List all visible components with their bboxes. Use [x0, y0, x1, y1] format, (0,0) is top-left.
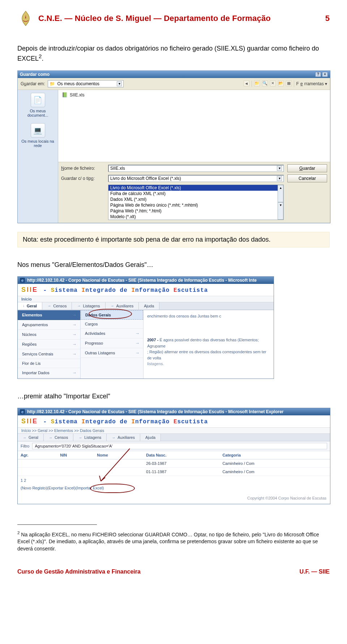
siie-tagline: - Sistema Integrado de Informação Escuti…: [43, 287, 208, 294]
save-type-option[interactable]: Livro do Microsoft Office Excel (*.xls): [108, 185, 278, 191]
delete-icon[interactable]: ✕: [270, 81, 276, 86]
footer-right: U.F. — SIIE: [299, 569, 330, 575]
network-icon: [31, 123, 45, 138]
back-icon[interactable]: ◄: [244, 81, 249, 86]
tab-listagens[interactable]: →Listagens: [72, 302, 105, 310]
siie-header: SIIE - Sistema Integrado de Informação E…: [18, 284, 274, 296]
dialog-titlebar[interactable]: Guardar como ? ×: [18, 71, 330, 78]
para-importar: …premir atalho "Importar Excel": [17, 392, 330, 401]
col-categoria[interactable]: Categoria: [219, 451, 330, 459]
tab-geral[interactable]: ↓Geral: [18, 302, 42, 310]
siie-header: SIIE - Sistema Integrado de Informação E…: [18, 415, 330, 428]
menu-item-agrupamentos[interactable]: Agrupamentos→: [18, 320, 80, 330]
menu-item-importar-dados[interactable]: Importar Dados→: [18, 368, 80, 378]
annotation-arrow-icon: [76, 447, 141, 487]
filename-input[interactable]: SIIE.xls▾: [108, 165, 284, 172]
menu-item-elementos[interactable]: Elementos→: [18, 310, 80, 320]
doc-header: C.N.E. — Núcleo de S. Miguel — Departame…: [17, 10, 330, 27]
copyright: Copyright ©2004 Corpo Nacional de Escuta…: [18, 494, 330, 504]
save-type-option[interactable]: Dados XML (*.xml): [108, 196, 278, 202]
siie-window-import: e http://82.102.10.42 - Corpo Nacional d…: [17, 408, 330, 504]
footer-left: Curso de Gestão Administrativa e Finance…: [17, 569, 141, 575]
help-button[interactable]: ?: [315, 72, 321, 77]
folder-icon: 📁: [50, 81, 55, 86]
save-type-option[interactable]: Página Web de ficheiro único (*.mht; *.m…: [108, 202, 278, 208]
filename-label: Nome de ficheiro:: [61, 166, 104, 171]
chevron-down-icon[interactable]: ▾: [277, 176, 282, 181]
submenu-item-outras-listagens[interactable]: Outras Listagens→: [81, 348, 143, 358]
save-type-option[interactable]: Modelo (*.xlt): [108, 214, 278, 220]
header-title: C.N.E. — Núcleo de S. Miguel — Departame…: [38, 14, 321, 23]
save-type-listbox[interactable]: Livro do Microsoft Office Excel (*.xls) …: [108, 185, 284, 220]
page-footer: Curso de Gestão Administrativa e Finance…: [17, 569, 330, 575]
tab-geral[interactable]: →Geral: [18, 434, 44, 441]
menu-item-nucleos[interactable]: Núcleos→: [18, 330, 80, 340]
place-network[interactable]: Os meus locais na rede: [19, 123, 56, 148]
views-icon[interactable]: ▦: [286, 81, 292, 86]
save-button[interactable]: Guardar: [287, 164, 327, 172]
menu-item-servicos[interactable]: Serviços Centrais→: [18, 349, 80, 359]
menu-item-regioes[interactable]: Regiões→: [18, 340, 80, 349]
col-agr[interactable]: Agr.: [18, 451, 57, 459]
actions-row: (Novo Registo)(Exportar Excel)(Importar …: [18, 485, 330, 494]
tab-censos[interactable]: →Censos: [42, 302, 72, 310]
filter-label: Filtro: [21, 444, 29, 448]
filter-row: Filtro Agrupamento='0720' AND SiglaSitua…: [18, 441, 330, 451]
table-row[interactable]: 26-03-1987Caminheiro / Com: [18, 459, 330, 468]
tab-ajuda[interactable]: Ajuda: [140, 434, 161, 441]
toolbar-icons: ◄ 📁 🔍 ✕ 📂 ▦ Ferramentas ▾: [244, 81, 327, 87]
ie-icon: e: [20, 278, 25, 283]
dialog-toolbar: Guardar em: 📁 Os meus documentos ▾ ◄ 📁 🔍…: [18, 78, 330, 90]
submenu-item-cargos[interactable]: Cargos: [81, 320, 143, 329]
up-level-icon[interactable]: 📁: [254, 81, 260, 86]
save-type-option[interactable]: Página Web (*.htm; *.html): [108, 208, 278, 214]
menu-geral: Elementos→ Agrupamentos→ Núcleos→ Regiõe…: [18, 310, 81, 379]
page-number: 5: [325, 14, 330, 23]
tab-listagens[interactable]: →Listagens: [73, 434, 107, 441]
close-button[interactable]: ×: [322, 72, 328, 77]
scroll-down-icon[interactable]: ▾: [278, 202, 283, 220]
save-in-label: Guardar em:: [21, 81, 45, 86]
save-as-dialog: Guardar como ? × Guardar em: 📁 Os meus d…: [17, 70, 330, 223]
tab-auxiliares[interactable]: →Auxiliares: [107, 434, 140, 441]
submenu-elementos: Dados Gerais Cargos Actividades→ Progres…: [81, 310, 143, 379]
annotation-circle-dados-gerais: [89, 309, 132, 319]
pager[interactable]: 1 2: [18, 476, 330, 485]
siie-tabstrip: ↓Geral →Censos →Listagens →Auxiliares Aj…: [18, 302, 274, 310]
footnote-text: 2 Na aplicação EXCEL, no menu FICHEIRO s…: [17, 530, 330, 552]
col-data-nasc[interactable]: Data Nasc.: [143, 451, 219, 459]
siie-breadcrumb[interactable]: Início >> Geral >> Elementos >> Dados Ge…: [18, 428, 330, 433]
submenu-item-progresso[interactable]: Progresso→: [81, 338, 143, 348]
submenu-item-actividades[interactable]: Actividades→: [81, 329, 143, 338]
siie-tabstrip: →Geral →Censos →Listagens →Auxiliares Aj…: [18, 433, 330, 441]
file-item-siie-xls[interactable]: 📗 SIIE.xls: [62, 92, 326, 98]
tab-censos[interactable]: →Censos: [44, 434, 73, 441]
scroll-up-icon[interactable]: ▴: [278, 185, 283, 202]
dialog-title: Guardar como: [20, 72, 50, 77]
place-my-documents[interactable]: Os meus document...: [19, 93, 56, 117]
ie-titlebar: e http://82.102.10.42 - Corpo Nacional d…: [18, 277, 274, 284]
tools-menu[interactable]: Ferramentas ▾: [296, 81, 327, 87]
note-box: Nota: este procedimento é importante sob…: [17, 232, 330, 247]
menu-item-flor-de-lis[interactable]: Flor de Lis: [18, 359, 80, 368]
ie-titlebar: e http://82.102.10.42 - Corpo Nacional d…: [18, 408, 330, 415]
chevron-down-icon[interactable]: ▾: [277, 166, 282, 171]
save-type-option[interactable]: Folha de cálculo XML (*.xml): [108, 191, 278, 196]
cancel-button[interactable]: Cancelar: [287, 174, 327, 182]
para-menus: Nos menus "Geral/Elementos/Dados Gerais"…: [17, 260, 330, 269]
table-row[interactable]: 01-11-1987Caminheiro / Com: [18, 468, 330, 476]
excel-file-icon: 📗: [62, 92, 68, 98]
save-type-dropdown[interactable]: Livro do Microsoft Office Excel (*.xls)▾: [108, 175, 284, 182]
new-folder-icon[interactable]: 📂: [278, 81, 284, 86]
titlebar-buttons: ? ×: [315, 72, 328, 77]
file-list[interactable]: 📗 SIIE.xls: [58, 90, 330, 162]
save-in-value: Os meus documentos: [57, 81, 99, 86]
save-type-label: Guardar c/ o tipo:: [61, 176, 104, 181]
tab-ajuda[interactable]: Ajuda: [139, 302, 159, 310]
search-icon[interactable]: 🔍: [262, 81, 268, 86]
siie-breadcrumb: Início: [18, 296, 274, 302]
tab-auxiliares[interactable]: →Auxiliares: [106, 302, 139, 310]
places-bar: Os meus document... Os meus locais na re…: [18, 90, 58, 223]
chevron-down-icon[interactable]: ▾: [117, 81, 122, 86]
save-in-dropdown[interactable]: 📁 Os meus documentos ▾: [48, 80, 124, 87]
